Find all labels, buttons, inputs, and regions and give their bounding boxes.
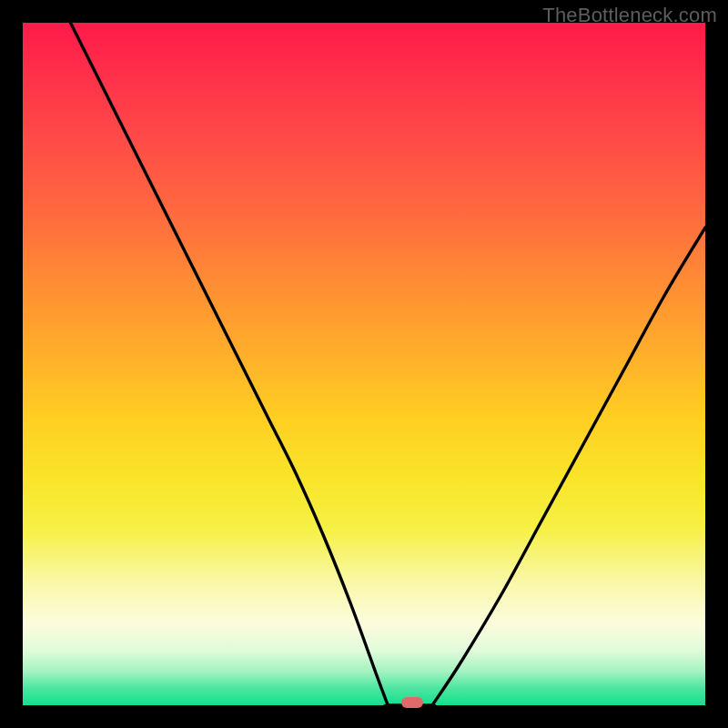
curve-layer — [23, 23, 705, 705]
plot-area — [23, 23, 705, 705]
watermark-text: TheBottleneck.com — [542, 4, 717, 27]
bottleneck-curve — [71, 23, 706, 705]
chart-container: TheBottleneck.com — [0, 0, 728, 728]
optimum-marker — [401, 697, 423, 708]
